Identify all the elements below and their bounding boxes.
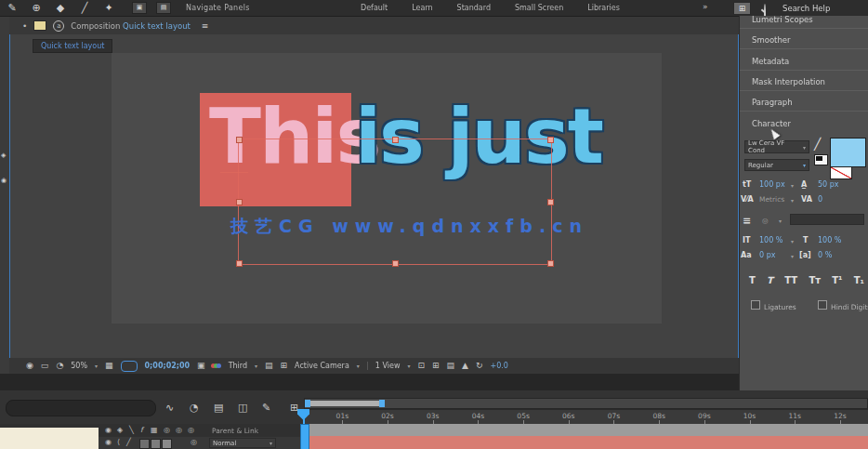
selection-handle[interactable]: [547, 199, 554, 205]
stroke-lines-icon[interactable]: ≡: [743, 215, 751, 227]
shy-layers-icon[interactable]: ▤: [214, 402, 223, 414]
work-area-bar[interactable]: [304, 398, 868, 409]
playhead-handle[interactable]: [300, 424, 309, 449]
eraser-tool-icon[interactable]: ◆: [48, 2, 72, 14]
pie-icon[interactable]: ◔: [56, 362, 63, 370]
graph-editor-icon[interactable]: ⊞: [290, 402, 298, 414]
mini-flowchart-icon[interactable]: ∿: [165, 402, 174, 414]
tracking-value[interactable]: 0: [818, 195, 822, 204]
workspace-tab-learn[interactable]: Learn: [412, 4, 432, 12]
layer-angle-icon[interactable]: ⟨: [117, 438, 120, 446]
hindi-digits-checkbox[interactable]: Hindi Digits: [818, 296, 868, 313]
no-stroke-swatch[interactable]: [830, 166, 852, 179]
comp-tab-title[interactable]: Composition Quick text layout: [71, 21, 191, 31]
3d-view-dropdown[interactable]: Active Camera: [295, 362, 349, 370]
layer-swatch[interactable]: [139, 439, 150, 449]
faux-bold-button[interactable]: T: [749, 275, 756, 285]
selection-handle[interactable]: [236, 137, 243, 143]
workspace-switcher-icon[interactable]: ⊞: [733, 2, 751, 15]
panel-tab-smoother[interactable]: Smoother: [740, 29, 868, 49]
chevron-down-icon[interactable]: ▾: [791, 197, 794, 204]
panel-tab-character[interactable]: Character: [740, 112, 868, 132]
ligatures-checkbox[interactable]: Ligatures: [751, 296, 796, 313]
layer-eye-icon[interactable]: ◉: [105, 438, 112, 446]
font-style-dropdown[interactable]: Regular ▾: [744, 159, 809, 171]
workspace-overflow-chevron[interactable]: »: [703, 2, 708, 11]
baseline-shift-value[interactable]: 0 px: [759, 251, 775, 259]
chevron-down-icon[interactable]: ▾: [791, 182, 794, 189]
clone-stamp-tool-icon[interactable]: ⊕: [24, 2, 48, 14]
rail-icon[interactable]: ◉: [1, 177, 7, 184]
all-caps-button[interactable]: TT: [784, 275, 797, 285]
panel-menu-icon[interactable]: ≡: [202, 21, 209, 31]
view-layout-dropdown[interactable]: 1 View: [367, 362, 401, 370]
blend-mode-dropdown[interactable]: Normal ▾: [209, 438, 276, 448]
workspace-tab-libraries[interactable]: Libraries: [587, 4, 620, 12]
selection-handle[interactable]: [547, 260, 554, 267]
work-area-start-handle[interactable]: [305, 400, 310, 407]
panel-tab-metadata[interactable]: Metadata: [740, 49, 868, 71]
layer-target-icon[interactable]: ◎: [191, 438, 197, 446]
timeline-search-field[interactable]: [6, 400, 156, 416]
current-timecode[interactable]: 0;00;02;00: [145, 362, 191, 370]
selection-handle[interactable]: [236, 199, 243, 205]
layer-swatch[interactable]: [162, 439, 172, 449]
font-size-value[interactable]: 100 px: [759, 180, 785, 189]
text-layer-bar[interactable]: [304, 424, 868, 437]
vertical-scale-value[interactable]: 100 %: [759, 236, 783, 244]
default-fill-stroke-swatch[interactable]: [814, 154, 828, 165]
panel-button-icon[interactable]: ▤: [156, 2, 171, 14]
selection-handle[interactable]: [392, 260, 399, 267]
fill-color-swatch[interactable]: [830, 138, 866, 167]
pixel-aspect-warning-icon[interactable]: ▲: [462, 362, 468, 370]
transparency-grid-icon[interactable]: ⊞: [281, 362, 288, 370]
always-preview-icon[interactable]: ◉: [26, 362, 33, 370]
timeline-button-icon[interactable]: ⊞: [432, 362, 440, 370]
faux-italic-button[interactable]: T: [767, 275, 773, 285]
small-caps-button[interactable]: Tᴛ: [809, 275, 821, 285]
work-area-segment[interactable]: [309, 401, 379, 406]
workspace-tab-standard[interactable]: Standard: [457, 4, 491, 12]
subscript-button[interactable]: T₁: [854, 275, 864, 285]
horizontal-scale-value[interactable]: 100 %: [818, 236, 841, 244]
pen-tool-icon[interactable]: ✎: [0, 2, 24, 14]
region-of-interest-icon[interactable]: ⊡: [417, 362, 425, 370]
workspace-tab-default[interactable]: Default: [361, 4, 388, 12]
eyedropper-icon[interactable]: ╱: [814, 138, 821, 151]
fill-over-stroke-dropdown[interactable]: [790, 214, 864, 225]
panel-tab-lumetri-scopes[interactable]: Lumetri Scopes: [740, 16, 868, 29]
magnification-dropdown[interactable]: 50%: [71, 362, 87, 370]
selection-handle[interactable]: [392, 137, 399, 143]
frame-blending-icon[interactable]: ◫: [238, 402, 247, 414]
resolution-dropdown[interactable]: Third: [229, 362, 247, 370]
chevron-down-icon[interactable]: ▾: [791, 238, 794, 244]
show-channel-icon[interactable]: [213, 363, 221, 368]
snapshot-icon[interactable]: ▣: [197, 362, 205, 370]
split-view-icon[interactable]: ▤: [265, 362, 273, 370]
grid-guides-icon[interactable]: ▦: [105, 362, 113, 370]
brush-tool-icon[interactable]: ╱: [72, 2, 97, 14]
chevron-down-icon[interactable]: ▾: [779, 218, 782, 224]
puppet-pin-tool-icon[interactable]: ✦: [97, 2, 121, 14]
motion-blur-icon[interactable]: ✎: [262, 402, 270, 414]
superscript-button[interactable]: T¹: [832, 275, 842, 285]
draft-3d-icon[interactable]: ◔: [190, 402, 199, 414]
leading-value[interactable]: 50 px: [818, 180, 839, 189]
rail-icon[interactable]: ◈: [1, 152, 6, 159]
selection-handle[interactable]: [547, 137, 554, 143]
tsume-value[interactable]: 0 %: [818, 251, 832, 259]
work-area-end-handle[interactable]: [379, 400, 385, 407]
monitor-icon[interactable]: ▭: [41, 362, 49, 370]
layer-selection-box[interactable]: [238, 139, 552, 265]
workspace-tab-small-screen[interactable]: Small Screen: [515, 4, 563, 12]
panel-tab-paragraph[interactable]: Paragraph: [740, 91, 868, 112]
reset-exposure-icon[interactable]: ↻: [476, 362, 483, 370]
selection-handle[interactable]: [236, 260, 243, 267]
font-family-dropdown[interactable]: Lw Cera VF Cond ▾: [744, 140, 809, 153]
time-ruler[interactable]: 01s 02s 03s 04s 05s 06s 07s 08s 09s 10s …: [304, 409, 868, 424]
comp-breadcrumb-chip[interactable]: Quick text layout: [33, 39, 112, 53]
layer-swatch[interactable]: [151, 439, 161, 449]
flowchart-icon[interactable]: ▤: [447, 362, 455, 370]
chevron-down-icon[interactable]: ▾: [791, 253, 794, 259]
panel-button-icon[interactable]: ▣: [132, 2, 147, 14]
